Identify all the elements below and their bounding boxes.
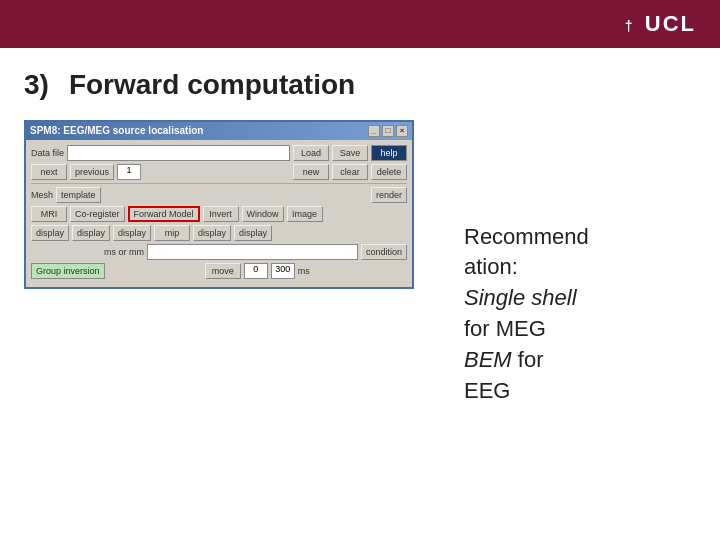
recommendation-line5: BEM for xyxy=(464,345,696,376)
mesh-row: Mesh template render xyxy=(31,187,407,203)
save-button[interactable]: Save xyxy=(332,145,368,161)
display-btn-4[interactable]: display xyxy=(193,225,231,241)
main-content: 3) Forward computation SPM8: EEG/MEG sou… xyxy=(0,48,720,540)
move-button[interactable]: move xyxy=(205,263,241,279)
spm-window-title: SPM8: EEG/MEG source localisation xyxy=(30,125,203,136)
help-button[interactable]: help xyxy=(371,145,407,161)
ms-label: ms xyxy=(298,266,310,276)
template-button[interactable]: template xyxy=(56,187,101,203)
number-input[interactable]: 1 xyxy=(117,164,141,180)
group-inversion-button[interactable]: Group inversion xyxy=(31,263,105,279)
ucl-logo-icon: † xyxy=(625,18,635,34)
ms-mm-label: ms or mm xyxy=(104,247,144,257)
clear-button[interactable]: clear xyxy=(332,164,368,180)
ms-mm-row: ms or mm condition xyxy=(31,244,407,260)
right-section: Recommend ation: Single shell for MEG BE… xyxy=(444,68,696,520)
start-value-input[interactable]: 0 xyxy=(244,263,268,279)
data-file-row: Data file Load Save help xyxy=(31,145,407,161)
ms-mm-input[interactable] xyxy=(147,244,358,260)
new-button[interactable]: new xyxy=(293,164,329,180)
recommendation-line2: ation: xyxy=(464,252,696,283)
recommendation-line1: Recommend xyxy=(464,222,696,253)
display-btn-3[interactable]: display xyxy=(113,225,151,241)
nav-row: next previous 1 new clear delete xyxy=(31,164,407,180)
load-button[interactable]: Load xyxy=(293,145,329,161)
condition-button[interactable]: condition xyxy=(361,244,407,260)
group-inversion-row: Group inversion move 0 300 ms xyxy=(31,263,407,279)
mesh-label: Mesh xyxy=(31,190,53,200)
display-row: display display display mip display disp… xyxy=(31,225,407,241)
spm-maximize-btn[interactable]: □ xyxy=(382,125,394,137)
forward-model-row: MRI Co-register Forward Model Invert Win… xyxy=(31,206,407,222)
end-value-input[interactable]: 300 xyxy=(271,263,295,279)
display-btn-1[interactable]: display xyxy=(31,225,69,241)
spm-window: SPM8: EEG/MEG source localisation _ □ × … xyxy=(24,120,414,289)
forward-model-button[interactable]: Forward Model xyxy=(128,206,200,222)
spm-minimize-btn[interactable]: _ xyxy=(368,125,380,137)
image-button[interactable]: Image xyxy=(287,206,323,222)
spm-body: Data file Load Save help next previous 1… xyxy=(26,140,412,287)
left-section: 3) Forward computation SPM8: EEG/MEG sou… xyxy=(24,68,444,520)
next-button[interactable]: next xyxy=(31,164,67,180)
display-btn-5[interactable]: display xyxy=(234,225,272,241)
bem-text: BEM xyxy=(464,347,512,372)
spm-titlebar-controls: _ □ × xyxy=(368,125,408,137)
separator-1 xyxy=(31,183,407,184)
recommendation-line4: for MEG xyxy=(464,314,696,345)
co-register-button[interactable]: Co-register xyxy=(70,206,125,222)
data-file-label: Data file xyxy=(31,148,64,158)
previous-button[interactable]: previous xyxy=(70,164,114,180)
section-title: Forward computation xyxy=(69,68,355,102)
invert-button[interactable]: Invert xyxy=(203,206,239,222)
mri-button[interactable]: MRI xyxy=(31,206,67,222)
data-file-input[interactable] xyxy=(67,145,290,161)
ucl-logo-text: UCL xyxy=(645,11,696,36)
spm-close-btn[interactable]: × xyxy=(396,125,408,137)
display-btn-2[interactable]: display xyxy=(72,225,110,241)
recommendation-line3: Single shell xyxy=(464,283,696,314)
delete-button[interactable]: delete xyxy=(371,164,407,180)
section-number: 3) xyxy=(24,68,49,102)
section-header: 3) Forward computation xyxy=(24,68,444,102)
recommendation-line6: EEG xyxy=(464,376,696,407)
spm-titlebar: SPM8: EEG/MEG source localisation _ □ × xyxy=(26,122,412,140)
ucl-logo: † UCL xyxy=(625,11,696,37)
render-button[interactable]: render xyxy=(371,187,407,203)
header-bar: † UCL xyxy=(0,0,720,48)
window-button[interactable]: Window xyxy=(242,206,284,222)
for-text: for xyxy=(518,347,544,372)
recommendation-text: Recommend ation: Single shell for MEG BE… xyxy=(464,222,696,407)
mip-button[interactable]: mip xyxy=(154,225,190,241)
